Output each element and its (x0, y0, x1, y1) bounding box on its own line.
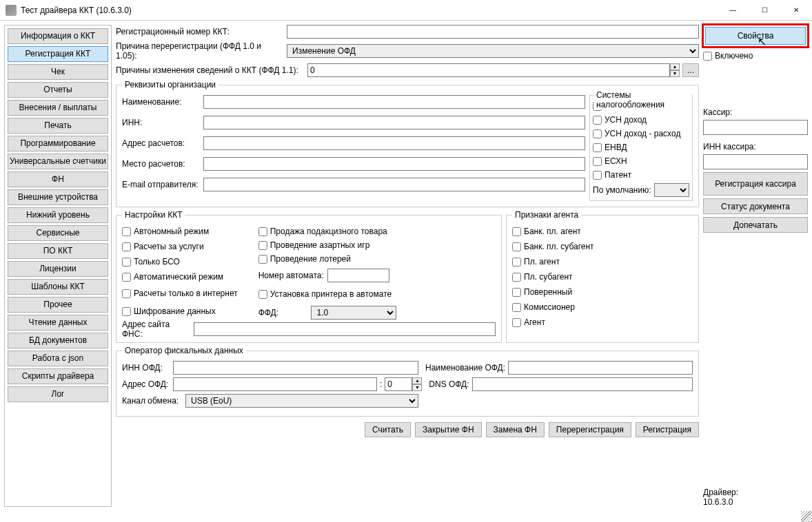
fns-addr-input[interactable] (194, 322, 496, 336)
agent-check-3[interactable] (512, 273, 521, 282)
kkt-left-check-2[interactable] (122, 258, 131, 267)
sidebar-item-17[interactable]: БД документов (8, 333, 108, 348)
ofd-channel-label: Канал обмена: (122, 396, 183, 406)
close-button[interactable]: ✕ (780, 0, 812, 21)
tax-default-select[interactable] (654, 183, 690, 197)
sidebar-item-5[interactable]: Печать (8, 118, 108, 134)
properties-highlight: Свойства ↖ (702, 23, 809, 48)
tax-check-2[interactable] (593, 129, 602, 138)
change-reasons-label: Причины изменения сведений о ККТ (ФФД 1.… (116, 65, 305, 75)
org-calcplace-input[interactable] (203, 157, 585, 171)
sidebar-item-8[interactable]: ФН (8, 171, 108, 187)
sidebar-item-1[interactable]: Регистрация ККТ (8, 46, 108, 62)
sidebar-item-4[interactable]: Внесения / выплаты (8, 100, 108, 116)
kkt-left-check-5[interactable] (122, 307, 131, 316)
doc-status-button[interactable]: Статус документа (703, 198, 808, 214)
agent-check-2[interactable] (512, 258, 521, 267)
ofd-name-input[interactable] (508, 361, 693, 375)
ofd-port-input[interactable] (385, 377, 412, 391)
maximize-button[interactable]: ☐ (749, 0, 780, 21)
kkt-left-check-3[interactable] (122, 273, 131, 282)
ofd-inn-label: ИНН ОФД: (122, 363, 170, 373)
rereg-button[interactable]: Перерегистрация (549, 422, 631, 437)
sidebar-item-15[interactable]: Прочее (8, 297, 108, 313)
ofd-addr-label: Адрес ОФД: (122, 379, 170, 389)
tax-check-5[interactable] (593, 171, 602, 180)
tax-check-4[interactable] (593, 157, 602, 166)
org-inn-label: ИНН: (122, 118, 199, 127)
ofd-addr-input[interactable] (173, 377, 377, 391)
org-email-input[interactable] (203, 178, 585, 191)
sidebar-item-16[interactable]: Чтение данных (8, 315, 108, 331)
ofd-channel-select[interactable]: USB (EoU) (185, 394, 418, 408)
ellipsis-button[interactable]: ... (682, 63, 699, 77)
cashier-input[interactable] (703, 120, 808, 135)
kkt-left-check-4[interactable] (122, 289, 131, 298)
sidebar-item-7[interactable]: Универсальные счетчики (8, 154, 108, 169)
reg-number-input[interactable] (287, 25, 699, 39)
agent-check-6[interactable] (512, 318, 521, 327)
rereg-reason-label: Причина перерегистрации (ФФД 1.0 и 1.05)… (116, 41, 284, 61)
sidebar-item-13[interactable]: Лицензии (8, 261, 108, 277)
sidebar-item-12[interactable]: ПО ККТ (8, 243, 108, 259)
spin-down[interactable]: ▼ (670, 70, 680, 77)
machine-num-input[interactable] (327, 269, 389, 282)
kkt-mid-label-2: Проведение лотерей (270, 254, 351, 264)
sidebar-item-2[interactable]: Чек (8, 64, 108, 80)
kkt-mid-check-0[interactable] (258, 227, 267, 236)
enabled-check[interactable] (703, 52, 712, 61)
sidebar-item-3[interactable]: Отчеты (8, 82, 108, 98)
printer-install-check[interactable] (258, 290, 267, 299)
printer-install-label: Установка принтера в автомате (270, 290, 392, 299)
org-calcaddr-input[interactable] (203, 136, 585, 150)
tax-label-3: ЕНВД (605, 143, 627, 152)
agent-label-2: Пл. агент (524, 257, 560, 267)
close-fn-button[interactable]: Закрытие ФН (415, 422, 481, 437)
tax-check-3[interactable] (593, 143, 602, 152)
sidebar-item-0[interactable]: Информация о ККТ (8, 28, 108, 44)
org-name-input[interactable] (203, 95, 585, 109)
tax-label-1: УСН доход (605, 115, 647, 125)
reg-button[interactable]: Регистрация (636, 422, 699, 437)
agent-check-0[interactable] (512, 227, 521, 236)
port-spin-down[interactable]: ▼ (412, 384, 422, 391)
read-button[interactable]: Считать (365, 422, 411, 437)
sidebar-item-10[interactable]: Нижний уровень (8, 207, 108, 223)
sidebar-item-19[interactable]: Скрипты драйвера (8, 368, 108, 384)
agent-check-5[interactable] (512, 303, 521, 312)
ffd-select[interactable]: 1.0 (311, 306, 396, 320)
sidebar-item-18[interactable]: Работа с json (8, 351, 108, 366)
sidebar-item-14[interactable]: Шаблоны ККТ (8, 279, 108, 295)
minimize-button[interactable]: — (717, 0, 749, 21)
kkt-mid-check-1[interactable] (258, 241, 267, 250)
kkt-mid-check-2[interactable] (258, 255, 267, 264)
kkt-left-check-0[interactable] (122, 227, 131, 236)
sidebar-item-6[interactable]: Программирование (8, 136, 108, 152)
kkt-mid-label-1: Проведение азартных игр (270, 240, 370, 250)
port-spin-up[interactable]: ▲ (412, 377, 422, 384)
tax-check-1[interactable] (593, 116, 602, 125)
sidebar-item-9[interactable]: Внешние устройства (8, 189, 108, 205)
kkt-fieldset: Настройки ККТ Автономный режимРасчеты за… (116, 210, 502, 343)
agent-label-1: Банк. пл. субагент (524, 242, 594, 251)
change-reasons-input[interactable] (307, 63, 670, 77)
properties-button[interactable]: Свойства (705, 27, 806, 45)
agent-label-5: Комиссионер (524, 302, 575, 312)
reprint-button[interactable]: Допечатать (703, 217, 808, 233)
sidebar-item-20[interactable]: Лог (8, 386, 108, 402)
cashier-inn-input[interactable] (703, 154, 808, 169)
org-inn-input[interactable] (203, 116, 585, 129)
ofd-dns-input[interactable] (472, 377, 693, 391)
ofd-inn-input[interactable] (173, 361, 418, 375)
agent-check-4[interactable] (512, 288, 521, 297)
agent-check-1[interactable] (512, 242, 521, 251)
sidebar-item-11[interactable]: Сервисные (8, 225, 108, 241)
window-title: Тест драйвера ККТ (10.6.3.0) (21, 6, 717, 15)
replace-fn-button[interactable]: Замена ФН (486, 422, 545, 437)
kkt-legend: Настройки ККТ (122, 210, 185, 220)
kkt-left-check-1[interactable] (122, 242, 131, 251)
resize-grip[interactable] (801, 511, 812, 522)
rereg-reason-select[interactable]: Изменение ОФД (287, 44, 699, 58)
spin-up[interactable]: ▲ (670, 63, 680, 70)
reg-cashier-button[interactable]: Регистрация кассира (703, 172, 808, 196)
